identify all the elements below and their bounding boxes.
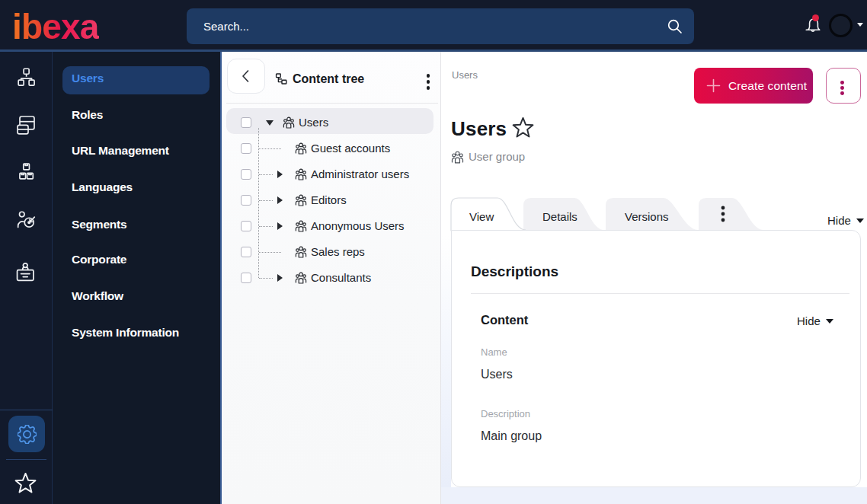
svg-text:Details: Details: [542, 210, 577, 223]
svg-text:Versions: Versions: [625, 210, 669, 223]
svg-text:View: View: [469, 210, 494, 223]
